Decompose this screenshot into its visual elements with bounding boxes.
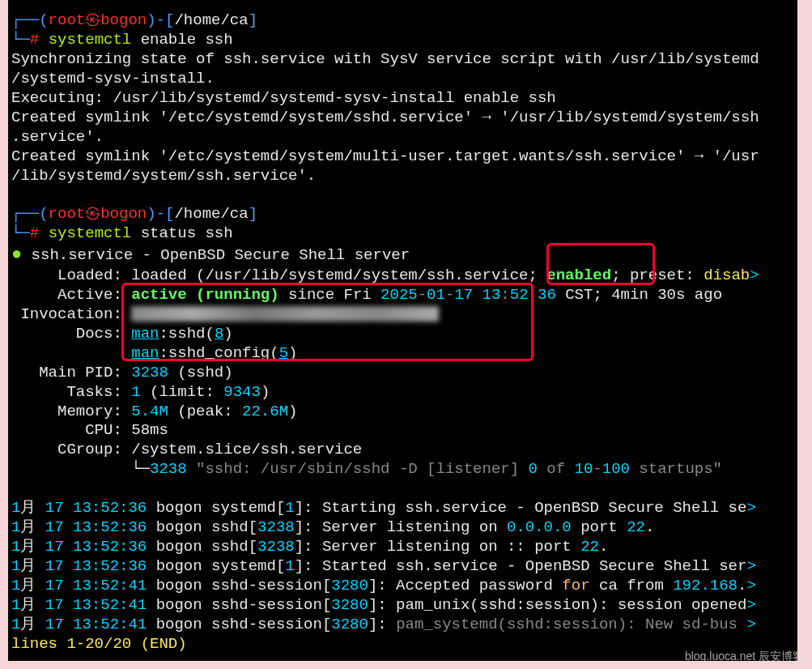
active-line: Active: active (running) since Fri 2025-… [11,286,794,305]
blank [11,479,794,499]
cgroup-tree: └─3238 "sshd: /usr/sbin/sshd -D [listene… [11,460,794,479]
loaded-line: Loaded: loaded (/usr/lib/systemd/system/… [11,266,794,286]
log-line: 1月 17 13:52:36 bogon systemd[1]: Started… [11,557,794,577]
output: /systemd-sysv-install. [11,70,794,89]
cgroup-line: CGroup: /system.slice/ssh.service [11,441,794,460]
docs-line-2: man:sshd_config(5) [11,344,794,364]
log-line: 1月 17 13:52:41 bogon sshd-session[3280]:… [11,577,794,596]
service-header: ● ssh.service - OpenBSD Secure Shell ser… [11,244,794,266]
output: .service'. [11,128,794,147]
log-line: 1月 17 13:52:36 bogon systemd[1]: Startin… [11,499,794,518]
blank [11,185,794,205]
output: Created symlink '/etc/systemd/system/mul… [11,147,794,167]
command-line-2: └─# systemctl status ssh [11,224,794,244]
terminal-window[interactable]: ┌──(root㉿bogon)-[/home/ca] └─# systemctl… [8,0,797,661]
log-line: 1月 17 13:52:36 bogon sshd[3238]: Server … [11,538,794,557]
pid-line: Main PID: 3238 (sshd) [11,364,794,383]
docs-line-1: Docs: man:sshd(8) [11,325,794,344]
log-line: 1月 17 13:52:41 bogon sshd-session[3280]:… [11,596,794,616]
output: Created symlink '/etc/systemd/system/ssh… [11,109,794,128]
prompt-line-2: ┌──(root㉿bogon)-[/home/ca] [11,205,794,224]
output: Synchronizing state of ssh.service with … [11,50,794,70]
invocation-line: Invocation: [11,305,794,325]
tasks-line: Tasks: 1 (limit: 9343) [11,383,794,403]
output: /lib/systemd/system/ssh.service'. [11,167,794,186]
blurred-invocation-id [131,306,439,322]
log-line: 1月 17 13:52:41 bogon sshd-session[3280]:… [11,616,794,635]
output: Executing: /usr/lib/systemd/systemd-sysv… [11,89,794,109]
cpu-line: CPU: 58ms [11,421,794,441]
log-line: 1月 17 13:52:36 bogon sshd[3238]: Server … [11,518,794,538]
watermark: blog.luoca.net 辰安博客 [685,650,804,664]
pager-status: lines 1-20/20 (END) [11,635,794,654]
command-line-1: └─# systemctl enable ssh [11,31,794,50]
prompt-line-1: ┌──(root㉿bogon)-[/home/ca] [11,11,794,31]
memory-line: Memory: 5.4M (peak: 22.6M) [11,403,794,422]
